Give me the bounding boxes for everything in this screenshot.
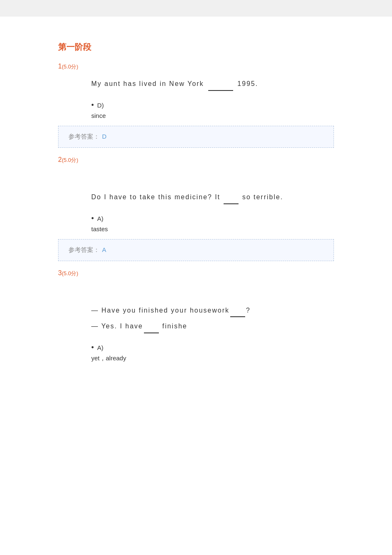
option-value-1: since (58, 112, 334, 119)
answer-label-2: 参考答案： (68, 246, 100, 253)
answer-box-2: 参考答案：A (58, 239, 334, 261)
question-block-1: 1(5.0分) My aunt has lived in New York 19… (58, 63, 334, 148)
option-row-1: • D) (58, 101, 334, 110)
question-text-2: Do I have to take this medicine? It so t… (58, 191, 334, 204)
question-text-1: My aunt has lived in New York 1995. (58, 78, 334, 91)
bullet-1: • (91, 101, 94, 110)
option-row-2: • A) (58, 214, 334, 223)
blank-2 (224, 191, 239, 204)
option-label-2: A) (97, 215, 103, 222)
page: 第一阶段 1(5.0分) My aunt has lived in New Yo… (0, 17, 392, 555)
blank-3a (230, 305, 245, 318)
question-text-3b: — Yes. I have finishe (58, 320, 334, 333)
option-value-3: yet，already (58, 355, 334, 362)
blank-3b (144, 320, 159, 333)
bullet-2: • (91, 214, 94, 223)
option-label-1: D) (97, 102, 104, 109)
bullet-3: • (91, 343, 94, 352)
option-row-3: • A) (58, 343, 334, 352)
option-label-3: A) (97, 344, 103, 351)
question-block-2: 2(5.0分) Do I have to take this medicine?… (58, 156, 334, 261)
question-number-2: 2(5.0分) (58, 156, 334, 164)
question-number-1: 1(5.0分) (58, 63, 334, 71)
option-value-2: tastes (58, 225, 334, 232)
answer-box-1: 参考答案：D (58, 126, 334, 148)
answer-value-1: D (102, 133, 107, 140)
question-number-3: 3(5.0分) (58, 269, 334, 277)
blank-1 (208, 78, 233, 91)
question-block-3: 3(5.0分) — Have you finished your housewo… (58, 269, 334, 363)
question-text-3a: — Have you finished your housework ? (58, 305, 334, 318)
answer-label-1: 参考答案： (68, 133, 100, 140)
section-title: 第一阶段 (58, 42, 334, 53)
answer-value-2: A (102, 246, 106, 253)
